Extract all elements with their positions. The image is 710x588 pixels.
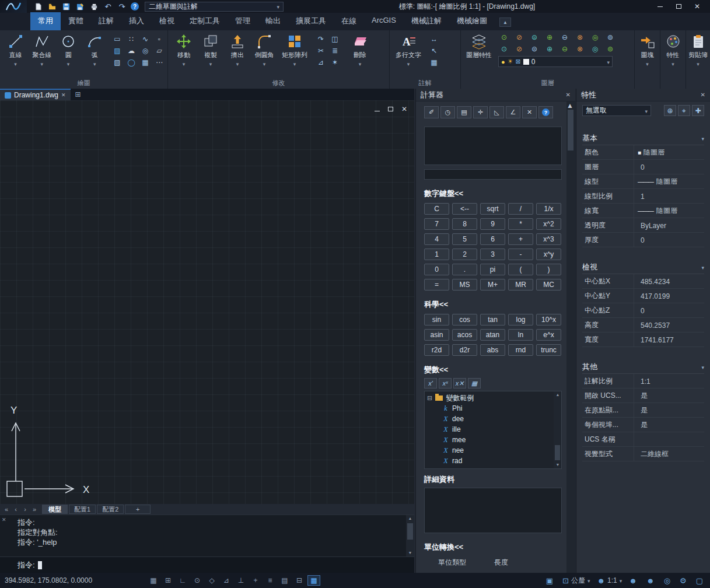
property-row[interactable]: 中心點Y 417.0199 bbox=[582, 289, 704, 303]
calculator-key[interactable]: x^y bbox=[536, 249, 561, 260]
ribbon-collapse-icon[interactable] bbox=[499, 18, 511, 27]
property-row[interactable]: 註解比例 1:1 bbox=[582, 374, 704, 388]
calculator-key[interactable]: 5 bbox=[452, 233, 477, 245]
scientific-section-header[interactable]: 科學<< bbox=[424, 299, 562, 310]
property-value[interactable]: 0 bbox=[641, 236, 645, 244]
layer-tool-icon[interactable]: ⊙ bbox=[498, 44, 510, 54]
undo-icon[interactable] bbox=[103, 2, 113, 11]
property-value[interactable]: 540.2537 bbox=[641, 321, 670, 330]
property-row[interactable]: 透明度 ByLayer bbox=[582, 218, 704, 233]
variables-root-row[interactable]: 變數範例 bbox=[427, 393, 552, 403]
property-value[interactable]: 隨圖層 bbox=[643, 148, 664, 158]
layout-tab[interactable]: + bbox=[125, 505, 151, 514]
ribbon-tab[interactable]: 輸出 bbox=[258, 12, 288, 30]
property-row[interactable]: 每個視埠... 是 bbox=[582, 418, 704, 432]
move-button[interactable]: 移動 bbox=[170, 32, 197, 68]
ribbon-tab[interactable]: 在線 bbox=[334, 12, 364, 30]
transparency-icon[interactable]: ▤ bbox=[278, 575, 291, 586]
dynamic-input-icon[interactable]: + bbox=[249, 575, 262, 586]
ribbon-tab[interactable]: 檢視 bbox=[152, 12, 182, 30]
ribbon-tab[interactable]: 機械繪圖 bbox=[449, 12, 495, 30]
ortho-mode-icon[interactable]: ∟ bbox=[176, 575, 189, 586]
mtext-button[interactable]: A 多行文字 bbox=[392, 32, 425, 68]
layer-tool-icon[interactable]: ◎ bbox=[589, 44, 601, 54]
variable-item[interactable]: X mee bbox=[427, 435, 552, 445]
calculator-key[interactable]: / bbox=[508, 203, 533, 215]
scientific-key[interactable]: cos bbox=[452, 314, 477, 326]
drawing-canvas[interactable]: Y X bbox=[0, 100, 414, 504]
layout-tab[interactable]: 模型 bbox=[42, 505, 68, 514]
calculator-key[interactable]: = bbox=[424, 279, 449, 290]
property-value[interactable]: 是 bbox=[641, 391, 648, 401]
layer-tool-icon[interactable]: ⊚ bbox=[604, 32, 616, 43]
property-value[interactable]: 1741.6177 bbox=[641, 336, 674, 344]
ribbon-tab[interactable]: 管理 bbox=[228, 12, 258, 30]
redo-icon[interactable] bbox=[117, 2, 127, 11]
collapse-group-icon[interactable] bbox=[701, 262, 704, 271]
calculator-key[interactable]: sqrt bbox=[480, 203, 505, 215]
scientific-key[interactable]: acos bbox=[452, 329, 477, 341]
ribbon-tab[interactable]: 常用 bbox=[30, 12, 61, 30]
clear-icon[interactable]: ✐ bbox=[424, 106, 439, 118]
calculator-scrollbar[interactable] bbox=[566, 102, 575, 573]
auto-annotation-scale-icon[interactable]: ☻ bbox=[646, 576, 657, 585]
group-header-misc[interactable]: 其他 bbox=[582, 360, 704, 374]
explode-icon[interactable]: ✶ bbox=[329, 57, 341, 68]
maximize-button[interactable] bbox=[669, 1, 688, 12]
calculator-help-icon[interactable]: ? bbox=[538, 106, 553, 118]
layer-tool-icon[interactable]: ◎ bbox=[589, 32, 601, 43]
ribbon-tab[interactable]: 定制工具 bbox=[182, 12, 228, 30]
table-icon[interactable]: ▦ bbox=[139, 57, 151, 68]
panel-label-modify[interactable]: 修改 bbox=[168, 79, 389, 89]
scientific-key[interactable]: abs bbox=[480, 344, 505, 356]
scientific-key[interactable]: log bbox=[508, 314, 533, 326]
scientific-key[interactable]: sin bbox=[424, 314, 449, 326]
line-button[interactable]: 直線 bbox=[2, 32, 29, 68]
annotation-visibility-icon[interactable]: ☻ bbox=[629, 576, 639, 585]
scroll-up-icon[interactable] bbox=[406, 515, 414, 522]
variables-section-header[interactable]: 變數<< bbox=[424, 365, 562, 375]
app-logo[interactable] bbox=[0, 0, 27, 13]
calculator-key[interactable]: MR bbox=[508, 279, 533, 290]
scientific-key[interactable]: asin bbox=[424, 329, 449, 341]
variable-item[interactable]: X ille bbox=[427, 424, 552, 435]
layer-tool-icon[interactable]: ⊘ bbox=[513, 44, 525, 54]
clean-screen-icon[interactable]: ▢ bbox=[696, 576, 705, 585]
scientific-key[interactable]: tan bbox=[480, 314, 505, 326]
polar-tracking-icon[interactable]: ⊙ bbox=[191, 575, 204, 586]
calculator-input-field[interactable] bbox=[424, 169, 562, 180]
minimize-button[interactable] bbox=[650, 1, 669, 12]
scrollbar-thumb[interactable] bbox=[568, 110, 573, 150]
new-drawing-icon[interactable] bbox=[33, 2, 43, 11]
variable-item[interactable]: k Phi bbox=[427, 403, 552, 414]
collapse-group-icon[interactable] bbox=[701, 362, 704, 371]
doc-close-button[interactable] bbox=[401, 105, 407, 113]
calculator-key[interactable]: 7 bbox=[424, 218, 449, 230]
ribbon-tab[interactable]: 擴展工具 bbox=[288, 12, 334, 30]
close-calculator-icon[interactable] bbox=[566, 92, 571, 98]
calculator-key[interactable]: ( bbox=[508, 264, 533, 275]
ribbon-tab[interactable]: ArcGIS bbox=[364, 12, 404, 30]
return-to-input-icon[interactable]: ▦ bbox=[468, 378, 481, 388]
next-layout-icon[interactable] bbox=[21, 506, 29, 513]
scroll-down-icon[interactable] bbox=[406, 550, 414, 556]
calculator-key[interactable]: ) bbox=[536, 264, 561, 275]
selection-dropdown[interactable]: 無選取 bbox=[582, 105, 651, 116]
property-row[interactable]: 寬度 1741.6177 bbox=[582, 332, 704, 347]
quick-properties-icon[interactable]: ⊟ bbox=[293, 575, 306, 586]
snap-mode-icon[interactable]: ⊞ bbox=[162, 575, 174, 586]
clear-history-icon[interactable]: ✕ bbox=[522, 106, 537, 118]
copy-button[interactable]: 複製 bbox=[197, 32, 224, 68]
calculator-key[interactable]: MS bbox=[452, 279, 477, 290]
layer-tool-icon[interactable]: ⊗ bbox=[574, 44, 586, 54]
layer-tool-icon[interactable]: ⊜ bbox=[529, 44, 540, 54]
command-scrollbar[interactable] bbox=[406, 515, 414, 556]
history-icon[interactable]: ◷ bbox=[440, 106, 455, 118]
multiline-icon[interactable]: ⋯ bbox=[153, 57, 165, 68]
scientific-key[interactable]: rnd bbox=[508, 344, 533, 356]
layer-tool-icon[interactable]: ⊕ bbox=[544, 44, 555, 54]
doc-minimize-button[interactable] bbox=[375, 105, 380, 113]
new-document-tab-icon[interactable] bbox=[75, 90, 81, 99]
rotate-icon[interactable]: ↷ bbox=[315, 34, 327, 44]
close-command-window-icon[interactable] bbox=[2, 517, 6, 523]
